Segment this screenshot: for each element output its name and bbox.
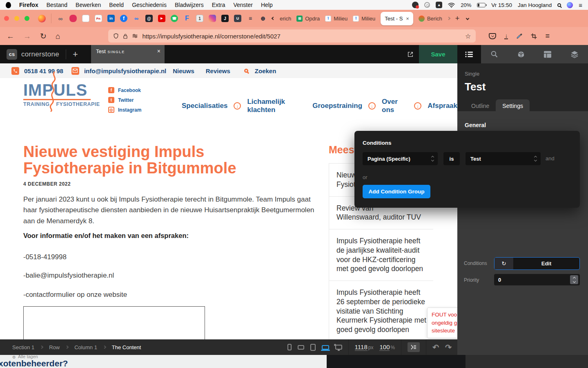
menu-beeld[interactable]: Beeld xyxy=(109,2,124,8)
editor-tab-close-icon[interactable]: × xyxy=(157,48,160,54)
templates-icon[interactable] xyxy=(543,51,552,58)
nav-afspraak[interactable]: Afspraak xyxy=(428,102,457,110)
forward-button[interactable]: → xyxy=(23,32,31,40)
menu-bewerken[interactable]: Bewerken xyxy=(76,2,101,8)
shield-icon[interactable] xyxy=(113,33,119,39)
zoom-control[interactable]: 100% xyxy=(379,343,395,351)
pinned-tab-f-icon[interactable]: F xyxy=(183,15,191,22)
control-center-icon[interactable]: ≡ xyxy=(579,2,582,8)
reload-button[interactable]: ↻ xyxy=(40,32,47,40)
scroll-tabs-right-icon[interactable] xyxy=(447,17,450,20)
breadcrumb-column[interactable]: Column 1 xyxy=(74,344,97,350)
nav-specialisaties[interactable]: Specialisaties xyxy=(182,102,227,110)
new-document-button[interactable]: + xyxy=(73,49,78,60)
spiral-status-icon[interactable] xyxy=(424,2,430,8)
site-link-nieuws[interactable]: Nieuws xyxy=(173,67,194,74)
breadcrumb-section[interactable]: Section 1 xyxy=(12,344,34,350)
menu-venster[interactable]: Venster xyxy=(233,2,252,8)
most-read-item[interactable]: Impuls Fysiotherapie heeft 26 september … xyxy=(329,281,433,342)
menu-bestand[interactable]: Bestand xyxy=(47,2,67,8)
scroll-tabs-left-icon[interactable] xyxy=(272,17,275,20)
pinned-tab-infinity-icon[interactable]: ∞ xyxy=(57,15,64,22)
menu-firefox[interactable]: Firefox xyxy=(19,2,38,8)
menu-bladwijzers[interactable]: Bladwijzers xyxy=(175,2,204,8)
save-button[interactable]: Save xyxy=(419,45,457,63)
spotlight-search-icon[interactable] xyxy=(557,3,561,7)
viewport-width-control[interactable]: 1118px xyxy=(355,343,374,351)
pinned-tab-one-icon[interactable]: 1 xyxy=(196,15,203,22)
pinned-tab-facebook-icon[interactable]: f xyxy=(120,15,127,22)
nav-groepstraining[interactable]: Groepstraining xyxy=(312,102,362,110)
device-laptop-icon[interactable] xyxy=(322,345,329,350)
device-desktop-icon[interactable] xyxy=(335,345,342,350)
apple-logo-icon[interactable] xyxy=(6,2,11,8)
wifi-icon[interactable] xyxy=(448,2,455,8)
breadcrumb-element[interactable]: The Content xyxy=(112,344,141,350)
social-facebook-link[interactable]: fFacebook xyxy=(108,87,141,93)
editor-tab-test[interactable]: Test SINGLE × xyxy=(91,45,165,63)
clock[interactable]: Vr 15:50 xyxy=(491,2,512,8)
conditions-edit-button[interactable]: ↻ Edit xyxy=(494,257,580,270)
social-twitter-link[interactable]: tTwitter xyxy=(108,97,141,103)
pinned-tab-at-icon[interactable]: @ xyxy=(145,15,153,22)
tab-berichten[interactable]: Berich xyxy=(419,16,442,22)
priority-input[interactable]: 0 xyxy=(494,274,580,285)
crop-icon[interactable] xyxy=(531,33,537,39)
pocket-icon[interactable] xyxy=(489,33,496,39)
search-tool-icon[interactable] xyxy=(490,50,498,58)
nav-lichamelijk-klachten[interactable]: Lichamelijk klachten xyxy=(247,98,306,114)
screen-recording-icon[interactable] xyxy=(412,2,419,8)
open-preview-button[interactable] xyxy=(402,45,419,63)
back-button[interactable]: ← xyxy=(7,32,14,40)
url-field[interactable]: https://impulsfysiotherapie.nl/cornersto… xyxy=(108,29,476,43)
menu-extra[interactable]: Extra xyxy=(212,2,225,8)
device-phone-portrait-icon[interactable] xyxy=(287,344,292,350)
pinned-tab-globe-icon[interactable]: ⊕ xyxy=(259,15,267,22)
hamburger-menu-icon[interactable]: ≡ xyxy=(545,32,550,40)
site-link-zoeken[interactable]: Zoeken xyxy=(255,67,276,74)
pinned-tab-instagram-icon[interactable] xyxy=(209,15,216,22)
site-link-reviews[interactable]: Reviews xyxy=(206,67,230,74)
window-minimize-button[interactable] xyxy=(14,16,19,21)
user-name[interactable]: Jan Hoogland xyxy=(518,2,552,8)
pinned-tab-whatsapp-icon[interactable]: ☎ xyxy=(171,15,178,22)
elements-cube-icon[interactable] xyxy=(517,50,525,58)
tab-opdracht[interactable]: ⊞Opdra xyxy=(296,16,320,22)
window-close-button[interactable] xyxy=(4,16,9,21)
window-zoom-button[interactable] xyxy=(24,16,29,21)
skip-to-element-button[interactable] xyxy=(408,342,420,352)
pinned-tab-fn-icon[interactable]: Fn xyxy=(95,15,102,22)
tab-outline[interactable]: Outline xyxy=(465,99,496,112)
menu-help[interactable]: Help xyxy=(261,2,273,8)
bookmark-star-icon[interactable]: ☆ xyxy=(465,32,471,40)
dropdown-arrow-icon[interactable] xyxy=(234,102,241,110)
tab-test-active[interactable]: Test - S × xyxy=(381,12,413,25)
priority-stepper[interactable] xyxy=(570,275,578,284)
nav-over-ons[interactable]: Over ons xyxy=(382,98,408,114)
site-search-icon[interactable] xyxy=(244,69,248,73)
pinned-tab-reader-icon[interactable]: U xyxy=(234,15,241,22)
and-label[interactable]: and xyxy=(546,155,555,162)
eyedropper-icon[interactable] xyxy=(516,33,523,39)
download-icon[interactable]: ↓ xyxy=(504,33,508,39)
tab-bericht[interactable]: erich xyxy=(280,16,291,22)
pinned-tab-youtube-icon[interactable]: ▶ xyxy=(158,15,165,22)
most-read-item[interactable]: Impuls Fysiotherapie heeft de jaarlijkse… xyxy=(329,229,433,281)
menu-geschiedenis[interactable]: Geschiedenis xyxy=(132,2,167,8)
device-phone-landscape-icon[interactable] xyxy=(298,345,304,350)
pinned-tab-swoosh-icon[interactable] xyxy=(69,15,77,22)
list-all-tabs-icon[interactable] xyxy=(466,17,469,20)
pinned-tab-linkedin-icon[interactable]: in xyxy=(107,15,115,22)
pinned-tab-layers-icon[interactable]: ≡ xyxy=(247,15,254,22)
dropdown-arrow-icon[interactable] xyxy=(414,102,421,110)
pinned-tab-j-icon[interactable]: J xyxy=(221,15,229,22)
condition-field-select[interactable]: Pagina (Specific) xyxy=(363,152,438,165)
lock-icon[interactable] xyxy=(123,33,128,39)
tab-settings[interactable]: Settings xyxy=(496,99,530,112)
site-email-link[interactable]: info@impulsfysiotherapie.nl xyxy=(84,67,166,74)
permissions-icon[interactable] xyxy=(132,34,138,38)
condition-value-select[interactable]: Test xyxy=(466,152,541,165)
social-instagram-link[interactable]: ◎Instagram xyxy=(108,107,141,113)
pinned-tab-panda-icon[interactable] xyxy=(82,15,89,22)
or-label[interactable]: or xyxy=(363,174,368,180)
